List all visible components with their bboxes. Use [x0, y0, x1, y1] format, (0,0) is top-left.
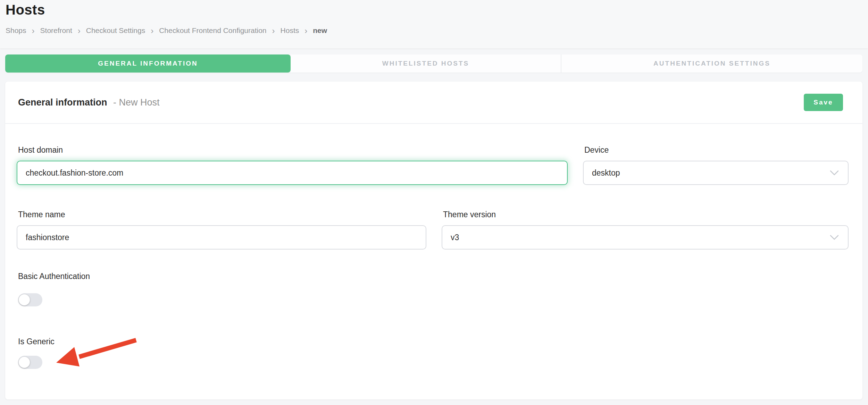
theme-version-select[interactable]: v3 [442, 225, 849, 250]
theme-version-label: Theme version [443, 210, 849, 219]
page-title: Hosts [6, 1, 862, 19]
tab-authentication-settings[interactable]: Authentication Settings [561, 54, 862, 73]
basic-authentication-field-group: Basic Authentication [17, 272, 849, 306]
host-domain-field-group: Host domain [17, 145, 568, 185]
theme-name-label: Theme name [18, 210, 426, 219]
theme-name-input[interactable] [17, 225, 426, 250]
tab-bar: General Information Whitelisted Hosts Au… [5, 54, 862, 73]
is-generic-label: Is Generic [18, 337, 849, 346]
chevron-down-icon [830, 170, 839, 176]
save-button[interactable]: Save [804, 94, 843, 111]
chevron-down-icon [830, 235, 839, 240]
breadcrumb-item-checkout-frontend-configuration[interactable]: Checkout Frontend Configuration [159, 26, 266, 35]
chevron-right-icon: › [304, 27, 307, 34]
general-information-card: General information - New Host Save Host… [5, 82, 862, 399]
breadcrumb-item-new: new [313, 26, 327, 35]
tab-whitelisted-hosts[interactable]: Whitelisted Hosts [291, 54, 561, 73]
breadcrumb-item-checkout-settings[interactable]: Checkout Settings [86, 26, 145, 35]
page-header: Hosts Shops › Storefront › Checkout Sett… [0, 0, 868, 49]
card-heading-title: General information [18, 97, 107, 108]
card-header: General information - New Host Save [5, 82, 862, 124]
toggle-knob [19, 294, 30, 305]
host-domain-input[interactable] [17, 161, 568, 185]
chevron-right-icon: › [151, 27, 153, 34]
form-row-host-device: Host domain Device desktop [17, 145, 849, 185]
device-field-group: Device desktop [583, 145, 849, 185]
card-body: Host domain Device desktop Theme name [5, 124, 862, 369]
theme-version-field-group: Theme version v3 [442, 210, 849, 250]
device-label: Device [584, 145, 849, 154]
basic-authentication-label: Basic Authentication [18, 272, 849, 281]
theme-name-field-group: Theme name [17, 210, 426, 250]
device-select[interactable]: desktop [583, 161, 849, 185]
breadcrumb-item-storefront[interactable]: Storefront [40, 26, 72, 35]
device-select-value: desktop [592, 168, 620, 178]
basic-authentication-toggle[interactable] [18, 293, 42, 306]
card-heading: General information - New Host [18, 97, 160, 108]
chevron-right-icon: › [32, 27, 35, 34]
is-generic-toggle[interactable] [18, 356, 42, 369]
is-generic-field-group: Is Generic [17, 337, 849, 369]
toggle-knob [19, 357, 30, 368]
chevron-right-icon: › [78, 27, 81, 34]
theme-version-select-value: v3 [451, 233, 459, 242]
card-heading-subtitle: - New Host [113, 97, 160, 108]
host-domain-label: Host domain [18, 145, 568, 154]
breadcrumb-item-hosts[interactable]: Hosts [281, 26, 299, 35]
chevron-right-icon: › [272, 27, 275, 34]
tab-general-information[interactable]: General Information [5, 54, 291, 73]
breadcrumb: Shops › Storefront › Checkout Settings ›… [6, 26, 862, 35]
breadcrumb-item-shops[interactable]: Shops [6, 26, 26, 35]
form-row-theme: Theme name Theme version v3 [17, 210, 849, 250]
